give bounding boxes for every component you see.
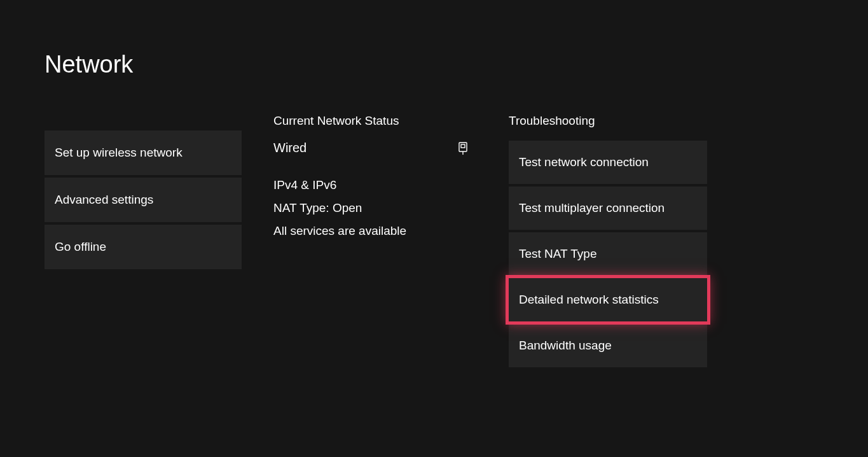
troubleshooting-section: Troubleshooting Test network connection … <box>509 111 707 370</box>
status-line-services: All services are available <box>273 224 477 238</box>
menu-item-label: Set up wireless network <box>55 146 183 160</box>
ethernet-icon <box>458 141 468 155</box>
bandwidth-usage-button[interactable]: Bandwidth usage <box>509 324 707 367</box>
menu-item-label: Test network connection <box>519 155 649 169</box>
troubleshooting-heading: Troubleshooting <box>509 114 707 128</box>
test-nat-type-button[interactable]: Test NAT Type <box>509 232 707 276</box>
current-network-status-section: Current Network Status Wired IPv4 & IPv6… <box>273 111 477 370</box>
menu-item-label: Advanced settings <box>55 193 153 207</box>
set-up-wireless-network-button[interactable]: Set up wireless network <box>45 130 242 175</box>
menu-item-label: Test NAT Type <box>519 247 597 261</box>
svg-rect-1 <box>461 144 465 148</box>
status-line-ip: IPv4 & IPv6 <box>273 178 477 192</box>
status-heading: Current Network Status <box>273 114 477 128</box>
status-line-nat: NAT Type: Open <box>273 201 477 215</box>
left-menu: Set up wireless network Advanced setting… <box>45 111 242 370</box>
test-multiplayer-connection-button[interactable]: Test multiplayer connection <box>509 186 707 230</box>
columns-layout: Set up wireless network Advanced setting… <box>45 111 823 370</box>
menu-item-label: Detailed network statistics <box>519 293 659 307</box>
connection-type-row: Wired <box>273 141 477 155</box>
advanced-settings-button[interactable]: Advanced settings <box>45 178 242 222</box>
connection-type-label: Wired <box>273 141 307 155</box>
menu-item-label: Test multiplayer connection <box>519 201 665 215</box>
test-network-connection-button[interactable]: Test network connection <box>509 141 707 184</box>
svg-rect-0 <box>459 143 467 151</box>
menu-item-label: Go offline <box>55 240 106 254</box>
menu-item-label: Bandwidth usage <box>519 339 612 353</box>
go-offline-button[interactable]: Go offline <box>45 225 242 269</box>
network-settings-page: Network Set up wireless network Advanced… <box>0 0 868 370</box>
page-title: Network <box>45 51 823 78</box>
detailed-network-statistics-button[interactable]: Detailed network statistics <box>509 278 707 321</box>
